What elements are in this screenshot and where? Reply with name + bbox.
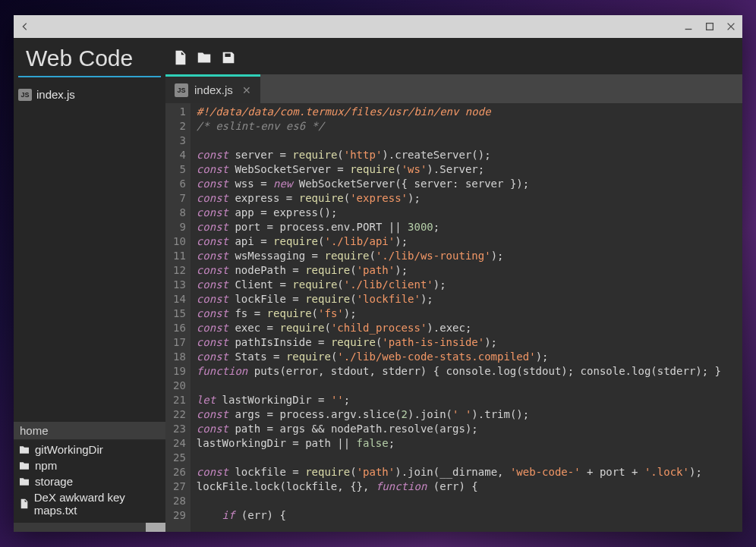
code-line[interactable]: const wsMessaging = require('./lib/ws-ro…: [197, 249, 736, 263]
code-line[interactable]: const lockFile = require('lockfile');: [197, 292, 736, 307]
tab-label: index.js: [194, 83, 233, 96]
line-number: 27: [173, 479, 186, 494]
code-line[interactable]: [197, 451, 736, 465]
line-number: 24: [173, 436, 186, 451]
code-line[interactable]: const express = require('express');: [197, 191, 736, 206]
code-line[interactable]: const WebSocketServer = require('ws').Se…: [197, 162, 736, 177]
tree-item-label: storage: [35, 475, 73, 488]
sidebar: Web Code JS index.js home gitWorkingDirn…: [14, 38, 165, 532]
code-line[interactable]: lastWorkingDir = path || false;: [197, 436, 736, 451]
open-folder-icon[interactable]: [196, 49, 213, 66]
code-line[interactable]: [197, 379, 736, 393]
sidebar-horizontal-scrollbar[interactable]: [14, 523, 165, 532]
code-line[interactable]: const pathIsInside = require('path-is-in…: [197, 335, 736, 350]
scrollbar-thumb[interactable]: [146, 523, 165, 532]
code-content[interactable]: #!/data/data/com.termux/files/usr/bin/en…: [191, 103, 742, 532]
line-number: 4: [173, 148, 186, 162]
line-number: 10: [173, 234, 186, 249]
code-line[interactable]: function puts(error, stdout, stderr) { c…: [197, 364, 736, 379]
code-line[interactable]: const app = express();: [197, 206, 736, 220]
app-window: Web Code JS index.js home gitWorkingDirn…: [14, 15, 742, 532]
line-number: 29: [173, 508, 186, 523]
line-number: 13: [173, 278, 186, 292]
folder-item[interactable]: npm: [18, 457, 161, 473]
new-file-icon[interactable]: [172, 49, 188, 66]
code-line[interactable]: [197, 494, 736, 508]
file-icon: [18, 498, 30, 510]
file-tree: gitWorkingDirnpmstorageDeX awkward key m…: [14, 440, 165, 523]
line-number: 16: [173, 321, 186, 335]
code-line[interactable]: const api = require('./lib/api');: [197, 234, 736, 249]
line-number: 25: [173, 451, 186, 465]
open-files-section: JS index.js: [14, 83, 165, 105]
app-title: Web Code: [18, 38, 161, 77]
line-number: 9: [173, 220, 186, 234]
code-line[interactable]: let lastWorkingDir = '';: [197, 393, 736, 407]
open-file-name: index.js: [36, 88, 75, 101]
code-line[interactable]: const exec = require('child_process').ex…: [197, 321, 736, 335]
open-file-item[interactable]: JS index.js: [18, 86, 161, 102]
tree-item-label: npm: [35, 459, 57, 472]
code-line[interactable]: const wss = new WebSocketServer({ server…: [197, 177, 736, 191]
code-line[interactable]: /* eslint-env es6 */: [197, 119, 736, 134]
line-number: 18: [173, 350, 186, 364]
line-number: 23: [173, 422, 186, 436]
line-number: 8: [173, 206, 186, 220]
code-editor[interactable]: 1234567891011121314151617181920212223242…: [165, 103, 742, 532]
folder-item[interactable]: storage: [18, 473, 161, 489]
line-number: 21: [173, 393, 186, 407]
code-line[interactable]: const port = process.env.PORT || 3000;: [197, 220, 736, 234]
back-button[interactable]: [20, 21, 30, 32]
line-number: 19: [173, 364, 186, 379]
folder-icon: [18, 444, 30, 456]
code-line[interactable]: const Client = require('./lib/client');: [197, 278, 736, 292]
folder-item[interactable]: gitWorkingDir: [18, 442, 161, 457]
line-number: 2: [173, 119, 186, 134]
line-number: 1: [173, 105, 186, 119]
code-line[interactable]: #!/data/data/com.termux/files/usr/bin/en…: [197, 105, 736, 119]
code-line[interactable]: const args = process.argv.slice(2).join(…: [197, 407, 736, 422]
code-line[interactable]: const server = require('http').createSer…: [197, 148, 736, 162]
line-number: 3: [173, 134, 186, 148]
close-button[interactable]: [726, 21, 736, 32]
code-line[interactable]: lockFile.lock(lockfile, {}, function (er…: [197, 479, 736, 494]
main-panel: JS index.js ✕ 12345678910111213141516171…: [165, 38, 742, 532]
line-number-gutter: 1234567891011121314151617181920212223242…: [165, 103, 191, 532]
code-line[interactable]: const nodePath = require('path');: [197, 263, 736, 278]
line-number: 12: [173, 263, 186, 278]
line-number: 14: [173, 292, 186, 307]
line-number: 26: [173, 465, 186, 479]
code-line[interactable]: const fs = require('fs');: [197, 307, 736, 321]
line-number: 17: [173, 335, 186, 350]
line-number: 5: [173, 162, 186, 177]
save-icon[interactable]: [220, 49, 237, 66]
tab-bar: JS index.js ✕: [165, 74, 742, 103]
js-badge-icon: JS: [175, 83, 188, 97]
code-line[interactable]: [197, 134, 736, 148]
toolbar: [165, 38, 742, 74]
js-badge-icon: JS: [18, 89, 32, 101]
folder-icon: [18, 460, 30, 472]
code-line[interactable]: const lockfile = require('path').join(__…: [197, 465, 736, 479]
folder-icon: [18, 476, 30, 488]
line-number: 22: [173, 407, 186, 422]
maximize-button[interactable]: [704, 21, 715, 32]
code-line[interactable]: const Stats = require('./lib/web-code-st…: [197, 350, 736, 364]
line-number: 15: [173, 307, 186, 321]
file-item[interactable]: DeX awkward key maps.txt: [18, 489, 161, 518]
tab-close-icon[interactable]: ✕: [242, 84, 251, 96]
titlebar: [14, 15, 742, 38]
tab-index-js[interactable]: JS index.js ✕: [165, 74, 260, 103]
tree-item-label: gitWorkingDir: [35, 443, 103, 456]
line-number: 28: [173, 494, 186, 508]
code-line[interactable]: if (err) {: [197, 508, 736, 523]
line-number: 11: [173, 249, 186, 263]
line-number: 7: [173, 191, 186, 206]
svg-rect-1: [707, 24, 713, 30]
code-line[interactable]: const path = args && nodePath.resolve(ar…: [197, 422, 736, 436]
minimize-button[interactable]: [683, 21, 694, 32]
tree-item-label: DeX awkward key maps.txt: [34, 491, 161, 517]
home-section-label[interactable]: home: [14, 422, 165, 440]
line-number: 6: [173, 177, 186, 191]
line-number: 20: [173, 379, 186, 393]
